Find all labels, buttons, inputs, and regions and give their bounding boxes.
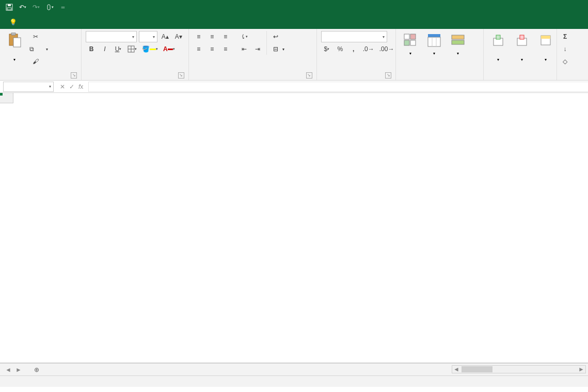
group-cells: ▾ ▾ ▾ xyxy=(484,29,557,80)
wrap-text-button[interactable]: ↩ xyxy=(270,31,288,42)
formula-input[interactable] xyxy=(88,82,588,92)
svg-rect-3 xyxy=(47,5,50,10)
name-box[interactable]: ▾ xyxy=(3,82,54,92)
insert-icon xyxy=(490,32,506,49)
clear-button[interactable]: ◇ xyxy=(561,56,575,67)
svg-rect-21 xyxy=(496,35,500,39)
svg-rect-14 xyxy=(428,34,440,37)
font-launcher-icon[interactable]: ↘ xyxy=(178,72,184,79)
svg-rect-18 xyxy=(452,35,464,39)
conditional-formatting-icon xyxy=(402,32,419,49)
align-bottom-button[interactable]: ≡ xyxy=(220,31,231,42)
percent-format-button[interactable]: % xyxy=(335,43,346,55)
undo-icon[interactable]: ↶▾ xyxy=(17,1,29,13)
decrease-indent-button[interactable]: ⇤ xyxy=(239,43,250,55)
paintbrush-icon: 🖌 xyxy=(33,58,39,65)
align-right-button[interactable]: ≡ xyxy=(220,43,231,55)
delete-icon xyxy=(514,32,530,49)
format-cells-button[interactable]: ▾ xyxy=(535,31,556,64)
align-left-button[interactable]: ≡ xyxy=(193,43,204,55)
font-color-button[interactable]: A▾ xyxy=(162,43,177,55)
ribbon-tabs: 💡 xyxy=(0,14,588,29)
cut-button[interactable]: ✂ xyxy=(28,31,50,42)
sheet-tab-bar: ◄ ► ⊕ ◄ ► xyxy=(0,363,588,375)
font-size-select[interactable]: ▾ xyxy=(139,31,157,42)
font-name-select[interactable]: ▾ xyxy=(86,31,137,42)
scroll-thumb[interactable] xyxy=(462,366,492,372)
copy-button[interactable]: ⧉ ▾ xyxy=(28,43,50,55)
redo-icon[interactable]: ↷▾ xyxy=(30,1,42,13)
group-alignment: ≡ ≡ ≡ ⤹▾ ≡ ≡ ≡ ⇤ ⇥ ↩ ⊟▾ ↘ xyxy=(189,29,317,80)
scroll-left-icon[interactable]: ◄ xyxy=(452,366,460,373)
qat-customize-icon[interactable]: ═ xyxy=(57,1,69,13)
svg-rect-13 xyxy=(410,40,416,45)
increase-decimal-button[interactable]: .0→ xyxy=(361,43,376,55)
conditional-formatting-button[interactable]: ▾ xyxy=(400,31,421,58)
svg-rect-12 xyxy=(404,40,409,45)
formula-bar: ▾ ✕ ✓ fx xyxy=(0,81,588,93)
comma-format-button[interactable]: , xyxy=(348,43,359,55)
title-bar: ↶▾ ↷▾ ▾ ═ xyxy=(0,0,588,14)
sheet-nav-prev-icon[interactable]: ◄ xyxy=(5,366,11,373)
delete-cells-button[interactable]: ▾ xyxy=(512,31,532,64)
format-as-table-button[interactable]: ▾ xyxy=(424,31,444,58)
accounting-format-button[interactable]: $▾ xyxy=(321,43,332,55)
save-icon[interactable] xyxy=(3,1,15,13)
format-icon xyxy=(537,32,554,49)
sheet-nav-next-icon[interactable]: ► xyxy=(15,366,22,373)
paste-icon xyxy=(6,32,23,49)
wrap-icon: ↩ xyxy=(273,33,278,40)
fill-color-button[interactable]: 🪣▾ xyxy=(140,43,160,55)
ribbon: ▾ ✂ ⧉ ▾ 🖌 ↘ ▾ ▾ A▴ A▾ B I U▾ ▾ 🪣▾ xyxy=(0,29,588,81)
new-sheet-button[interactable]: ⊕ xyxy=(31,364,42,375)
svg-rect-5 xyxy=(11,33,15,35)
align-center-button[interactable]: ≡ xyxy=(206,43,218,55)
svg-rect-1 xyxy=(8,4,11,6)
autosum-button[interactable]: Σ xyxy=(561,31,575,42)
increase-font-button[interactable]: A▴ xyxy=(160,31,171,42)
decrease-font-button[interactable]: A▾ xyxy=(173,31,184,42)
group-number: ▾ $▾ % , .0→ .00→ ↘ xyxy=(317,29,396,80)
bold-button[interactable]: B xyxy=(86,43,97,55)
increase-indent-button[interactable]: ⇥ xyxy=(252,43,263,55)
number-launcher-icon[interactable]: ↘ xyxy=(385,72,391,79)
paste-button[interactable]: ▾ xyxy=(4,31,25,64)
tell-me-search[interactable]: 💡 xyxy=(4,15,25,29)
bucket-icon: 🪣 xyxy=(142,45,150,53)
fill-button[interactable]: ↓ xyxy=(561,43,575,55)
alignment-launcher-icon[interactable]: ↘ xyxy=(306,72,312,79)
status-bar xyxy=(0,375,588,387)
merge-center-button[interactable]: ⊟▾ xyxy=(270,43,288,55)
underline-button[interactable]: U▾ xyxy=(113,43,124,55)
fill-down-icon: ↓ xyxy=(564,45,567,53)
svg-rect-6 xyxy=(13,38,21,47)
number-format-select[interactable]: ▾ xyxy=(321,31,387,42)
border-button[interactable]: ▾ xyxy=(126,43,138,55)
italic-button[interactable]: I xyxy=(99,43,110,55)
orientation-button[interactable]: ⤹▾ xyxy=(239,31,250,42)
column-headers[interactable] xyxy=(13,93,588,103)
fx-icon[interactable]: fx xyxy=(78,83,83,90)
svg-rect-2 xyxy=(7,8,11,10)
group-editing: Σ ↓ ◇ xyxy=(557,29,588,80)
group-font: ▾ ▾ A▴ A▾ B I U▾ ▾ 🪣▾ A▾ ↘ xyxy=(82,29,189,80)
decrease-decimal-button[interactable]: .00→ xyxy=(378,43,396,55)
touch-mode-icon[interactable]: ▾ xyxy=(43,1,56,13)
copy-icon: ⧉ xyxy=(29,45,34,53)
svg-rect-10 xyxy=(404,34,409,39)
align-top-button[interactable]: ≡ xyxy=(193,31,204,42)
lightbulb-icon: 💡 xyxy=(9,19,17,26)
spreadsheet-grid[interactable] xyxy=(0,93,588,363)
insert-cells-button[interactable]: ▾ xyxy=(488,31,508,64)
cell-area[interactable] xyxy=(13,103,588,363)
clipboard-launcher-icon[interactable]: ↘ xyxy=(71,72,77,79)
enter-formula-icon[interactable]: ✓ xyxy=(69,83,74,90)
select-all-corner[interactable] xyxy=(0,93,13,103)
merge-icon: ⊟ xyxy=(273,45,278,53)
format-painter-button[interactable]: 🖌 xyxy=(28,56,50,67)
horizontal-scrollbar[interactable]: ◄ ► xyxy=(452,365,586,373)
scroll-right-icon[interactable]: ► xyxy=(577,366,585,373)
cancel-formula-icon[interactable]: ✕ xyxy=(60,83,65,90)
align-middle-button[interactable]: ≡ xyxy=(206,31,218,42)
cell-styles-button[interactable]: ▾ xyxy=(448,31,468,58)
